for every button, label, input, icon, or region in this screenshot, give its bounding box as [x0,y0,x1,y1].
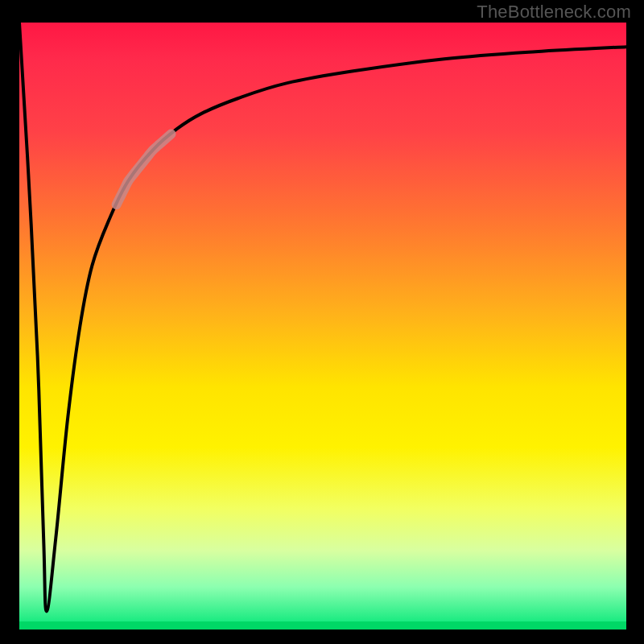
curve-path [19,23,626,611]
gradient-floor [19,621,626,630]
attribution-label: TheBottleneck.com [477,2,631,23]
chart-plot-area [19,23,626,630]
chart-curve-svg [19,23,626,630]
curve-highlight [117,134,171,205]
